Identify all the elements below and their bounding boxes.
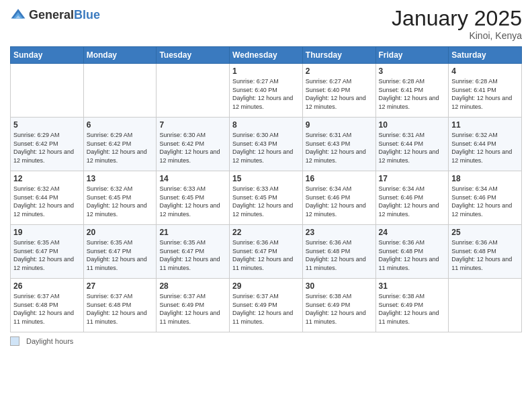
footer: Daylight hours xyxy=(10,336,522,346)
location-subtitle: Kinoi, Kenya xyxy=(392,30,522,41)
calendar-cell: 18Sunrise: 6:34 AMSunset: 6:46 PMDayligh… xyxy=(449,171,522,225)
day-info: Sunrise: 6:32 AMSunset: 6:44 PMDaylight:… xyxy=(13,185,81,218)
day-info: Sunrise: 6:27 AMSunset: 6:40 PMDaylight:… xyxy=(306,77,373,111)
day-number: 4 xyxy=(451,66,519,76)
calendar-week-5: 26Sunrise: 6:37 AMSunset: 6:48 PMDayligh… xyxy=(11,279,522,332)
day-info: Sunrise: 6:35 AMSunset: 6:47 PMDaylight:… xyxy=(159,238,226,272)
calendar-cell: 25Sunrise: 6:36 AMSunset: 6:48 PMDayligh… xyxy=(449,225,522,279)
col-monday: Monday xyxy=(83,47,157,64)
calendar-cell: 24Sunrise: 6:36 AMSunset: 6:48 PMDayligh… xyxy=(375,225,449,279)
calendar-cell: 10Sunrise: 6:31 AMSunset: 6:44 PMDayligh… xyxy=(375,118,449,171)
day-info: Sunrise: 6:31 AMSunset: 6:43 PMDaylight:… xyxy=(306,131,373,165)
day-info: Sunrise: 6:29 AMSunset: 6:42 PMDaylight:… xyxy=(87,131,154,165)
day-info: Sunrise: 6:33 AMSunset: 6:45 PMDaylight:… xyxy=(232,185,300,218)
col-wednesday: Wednesday xyxy=(230,47,303,64)
calendar-cell: 26Sunrise: 6:37 AMSunset: 6:48 PMDayligh… xyxy=(11,279,84,332)
calendar-cell: 15Sunrise: 6:33 AMSunset: 6:45 PMDayligh… xyxy=(230,171,303,225)
calendar-cell xyxy=(83,64,157,118)
day-info: Sunrise: 6:37 AMSunset: 6:49 PMDaylight:… xyxy=(232,292,300,326)
day-info: Sunrise: 6:31 AMSunset: 6:44 PMDaylight:… xyxy=(379,131,446,165)
calendar-cell: 7Sunrise: 6:30 AMSunset: 6:42 PMDaylight… xyxy=(157,118,230,171)
day-number: 6 xyxy=(87,120,154,130)
calendar-cell: 3Sunrise: 6:28 AMSunset: 6:41 PMDaylight… xyxy=(375,64,449,118)
day-number: 23 xyxy=(306,228,373,237)
calendar-cell: 30Sunrise: 6:38 AMSunset: 6:49 PMDayligh… xyxy=(302,279,375,332)
day-info: Sunrise: 6:35 AMSunset: 6:47 PMDaylight:… xyxy=(87,238,154,272)
calendar-table: Sunday Monday Tuesday Wednesday Thursday… xyxy=(10,46,522,332)
calendar-cell: 16Sunrise: 6:34 AMSunset: 6:46 PMDayligh… xyxy=(302,171,375,225)
day-number: 8 xyxy=(232,120,300,130)
logo-general: General xyxy=(29,8,74,21)
day-info: Sunrise: 6:34 AMSunset: 6:46 PMDaylight:… xyxy=(379,185,446,218)
col-sunday: Sunday xyxy=(11,47,84,64)
day-info: Sunrise: 6:34 AMSunset: 6:46 PMDaylight:… xyxy=(306,185,373,218)
calendar-cell: 4Sunrise: 6:28 AMSunset: 6:41 PMDaylight… xyxy=(449,64,522,118)
calendar-cell: 17Sunrise: 6:34 AMSunset: 6:46 PMDayligh… xyxy=(375,171,449,225)
calendar-cell: 11Sunrise: 6:32 AMSunset: 6:44 PMDayligh… xyxy=(449,118,522,171)
day-number: 29 xyxy=(232,281,300,291)
daylight-box xyxy=(10,336,19,346)
day-info: Sunrise: 6:34 AMSunset: 6:46 PMDaylight:… xyxy=(451,185,519,218)
calendar-cell: 27Sunrise: 6:37 AMSunset: 6:48 PMDayligh… xyxy=(83,279,157,332)
day-number: 22 xyxy=(232,228,300,237)
calendar-cell: 6Sunrise: 6:29 AMSunset: 6:42 PMDaylight… xyxy=(83,118,157,171)
calendar-cell: 19Sunrise: 6:35 AMSunset: 6:47 PMDayligh… xyxy=(11,225,84,279)
calendar-cell: 8Sunrise: 6:30 AMSunset: 6:43 PMDaylight… xyxy=(230,118,303,171)
calendar-cell: 20Sunrise: 6:35 AMSunset: 6:47 PMDayligh… xyxy=(83,225,157,279)
calendar-cell xyxy=(11,64,84,118)
calendar-cell xyxy=(157,64,230,118)
day-info: Sunrise: 6:32 AMSunset: 6:45 PMDaylight:… xyxy=(87,185,154,218)
calendar-cell xyxy=(449,279,522,332)
day-number: 24 xyxy=(379,228,446,237)
day-info: Sunrise: 6:38 AMSunset: 6:49 PMDaylight:… xyxy=(306,292,373,326)
col-friday: Friday xyxy=(375,47,449,64)
day-info: Sunrise: 6:30 AMSunset: 6:43 PMDaylight:… xyxy=(232,131,300,165)
day-number: 11 xyxy=(451,120,519,130)
day-number: 28 xyxy=(159,281,226,291)
logo-icon xyxy=(10,7,26,23)
day-number: 14 xyxy=(159,174,226,183)
col-tuesday: Tuesday xyxy=(157,47,230,64)
day-number: 17 xyxy=(379,174,446,183)
day-number: 20 xyxy=(87,228,154,237)
calendar-cell: 12Sunrise: 6:32 AMSunset: 6:44 PMDayligh… xyxy=(11,171,84,225)
day-number: 5 xyxy=(13,120,81,130)
day-number: 21 xyxy=(159,228,226,237)
month-title: January 2025 xyxy=(392,7,522,30)
calendar-cell: 21Sunrise: 6:35 AMSunset: 6:47 PMDayligh… xyxy=(157,225,230,279)
day-info: Sunrise: 6:30 AMSunset: 6:42 PMDaylight:… xyxy=(159,131,226,165)
day-number: 30 xyxy=(306,281,373,291)
day-number: 25 xyxy=(451,228,519,237)
calendar-cell: 13Sunrise: 6:32 AMSunset: 6:45 PMDayligh… xyxy=(83,171,157,225)
calendar-cell: 5Sunrise: 6:29 AMSunset: 6:42 PMDaylight… xyxy=(11,118,84,171)
day-number: 13 xyxy=(87,174,154,183)
day-number: 1 xyxy=(232,66,300,76)
day-number: 16 xyxy=(306,174,373,183)
day-number: 18 xyxy=(451,174,519,183)
day-info: Sunrise: 6:28 AMSunset: 6:41 PMDaylight:… xyxy=(379,77,446,111)
daylight-label: Daylight hours xyxy=(26,337,73,345)
calendar-week-1: 1Sunrise: 6:27 AMSunset: 6:40 PMDaylight… xyxy=(11,64,522,118)
day-number: 7 xyxy=(159,120,226,130)
day-info: Sunrise: 6:37 AMSunset: 6:49 PMDaylight:… xyxy=(159,292,226,326)
day-info: Sunrise: 6:27 AMSunset: 6:40 PMDaylight:… xyxy=(232,77,300,111)
day-number: 10 xyxy=(379,120,446,130)
day-info: Sunrise: 6:36 AMSunset: 6:48 PMDaylight:… xyxy=(379,238,446,272)
calendar-week-2: 5Sunrise: 6:29 AMSunset: 6:42 PMDaylight… xyxy=(11,118,522,171)
day-info: Sunrise: 6:36 AMSunset: 6:48 PMDaylight:… xyxy=(451,238,519,272)
day-info: Sunrise: 6:38 AMSunset: 6:49 PMDaylight:… xyxy=(379,292,446,326)
day-number: 27 xyxy=(87,281,154,291)
col-thursday: Thursday xyxy=(302,47,375,64)
calendar-cell: 31Sunrise: 6:38 AMSunset: 6:49 PMDayligh… xyxy=(375,279,449,332)
day-number: 12 xyxy=(13,174,81,183)
calendar-cell: 23Sunrise: 6:36 AMSunset: 6:48 PMDayligh… xyxy=(302,225,375,279)
day-number: 19 xyxy=(13,228,81,237)
day-number: 3 xyxy=(379,66,446,76)
calendar-week-4: 19Sunrise: 6:35 AMSunset: 6:47 PMDayligh… xyxy=(11,225,522,279)
title-block: January 2025 Kinoi, Kenya xyxy=(392,7,522,41)
day-info: Sunrise: 6:36 AMSunset: 6:48 PMDaylight:… xyxy=(306,238,373,272)
calendar-header-row: Sunday Monday Tuesday Wednesday Thursday… xyxy=(11,47,522,64)
logo-text: GeneralBlue xyxy=(29,9,100,21)
col-saturday: Saturday xyxy=(449,47,522,64)
calendar-cell: 28Sunrise: 6:37 AMSunset: 6:49 PMDayligh… xyxy=(157,279,230,332)
